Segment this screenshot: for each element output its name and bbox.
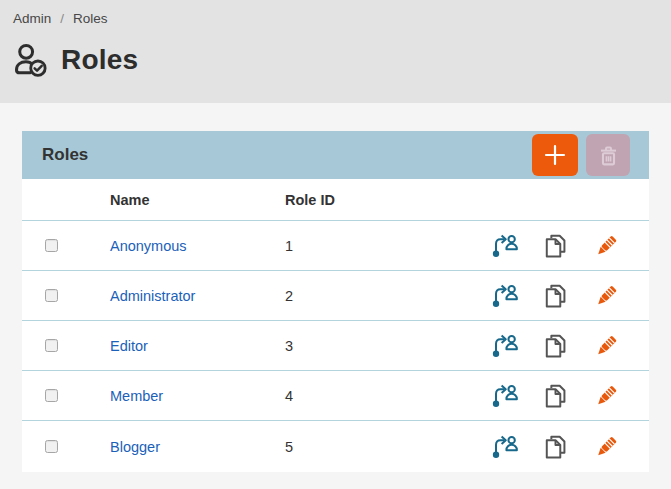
role-name-link[interactable]: Anonymous <box>110 238 187 254</box>
table-row: Editor 3 <box>22 321 649 371</box>
plus-icon <box>542 142 568 168</box>
copy-icon[interactable] <box>542 332 569 359</box>
permissions-icon[interactable] <box>491 232 518 259</box>
breadcrumb-link-roles[interactable]: Roles <box>73 11 108 26</box>
row-checkbox[interactable] <box>45 440 58 453</box>
role-id-cell: 4 <box>285 388 491 404</box>
main-content: Roles <box>0 103 671 472</box>
row-checkbox[interactable] <box>45 289 58 302</box>
edit-icon[interactable] <box>593 383 619 409</box>
permissions-icon[interactable] <box>491 332 518 359</box>
permissions-icon[interactable] <box>491 282 518 309</box>
roles-panel: Roles <box>22 131 649 472</box>
row-checkbox[interactable] <box>45 239 58 252</box>
breadcrumb-separator: / <box>60 11 64 26</box>
copy-icon[interactable] <box>542 282 569 309</box>
edit-icon[interactable] <box>593 233 619 259</box>
delete-roles-button[interactable] <box>586 134 630 176</box>
trash-icon <box>596 143 621 168</box>
role-id-cell: 2 <box>285 288 491 304</box>
role-name-link[interactable]: Member <box>110 388 163 404</box>
page-title: Roles <box>61 44 138 76</box>
table-row: Anonymous 1 <box>22 221 649 271</box>
role-id-cell: 1 <box>285 238 491 254</box>
table-row: Blogger 5 <box>22 421 649 472</box>
page-title-row: Roles <box>13 42 657 78</box>
row-checkbox[interactable] <box>45 339 58 352</box>
add-role-button[interactable] <box>532 134 578 176</box>
edit-icon[interactable] <box>593 333 619 359</box>
permissions-icon[interactable] <box>491 433 518 460</box>
row-checkbox[interactable] <box>45 389 58 402</box>
copy-icon[interactable] <box>542 433 569 460</box>
edit-icon[interactable] <box>593 283 619 309</box>
table-header-row: Name Role ID <box>22 179 649 221</box>
panel-header: Roles <box>22 131 649 179</box>
edit-icon[interactable] <box>593 434 619 460</box>
table-row: Administrator 2 <box>22 271 649 321</box>
role-name-link[interactable]: Editor <box>110 338 148 354</box>
copy-icon[interactable] <box>542 382 569 409</box>
role-id-cell: 3 <box>285 338 491 354</box>
user-check-icon <box>13 42 50 78</box>
role-id-cell: 5 <box>285 439 491 455</box>
role-name-link[interactable]: Blogger <box>110 439 160 455</box>
roles-table: Name Role ID Anonymous 1 <box>22 179 649 472</box>
table-row: Member 4 <box>22 371 649 421</box>
permissions-icon[interactable] <box>491 382 518 409</box>
breadcrumb-link-admin[interactable]: Admin <box>13 11 51 26</box>
top-header: Admin / Roles Roles <box>0 0 671 103</box>
copy-icon[interactable] <box>542 232 569 259</box>
column-header-role-id: Role ID <box>285 192 619 208</box>
breadcrumb: Admin / Roles <box>13 11 657 26</box>
role-name-link[interactable]: Administrator <box>110 288 195 304</box>
panel-title: Roles <box>42 145 532 165</box>
column-header-name: Name <box>110 192 285 208</box>
